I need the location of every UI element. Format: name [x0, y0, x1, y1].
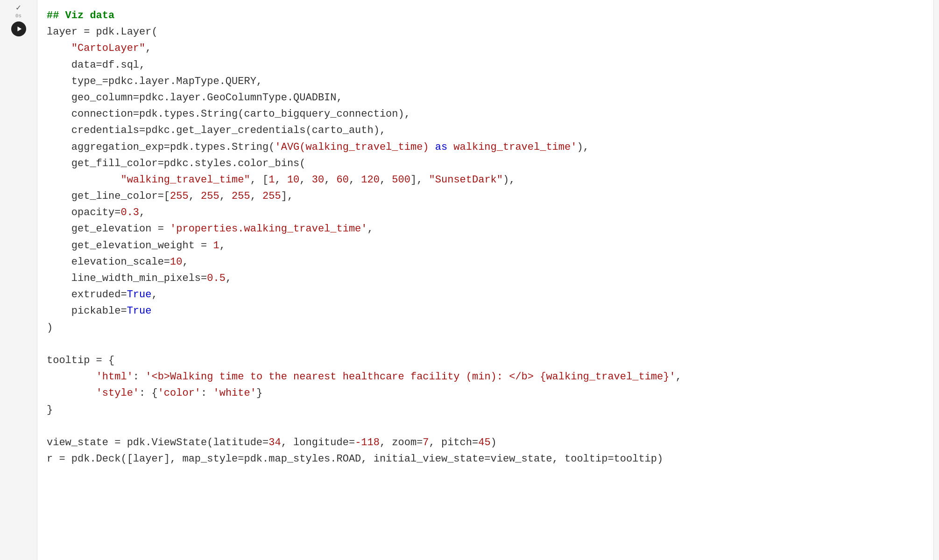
cell-status: ✓ 0s: [15, 4, 21, 19]
code-line-3: data=df.sql,: [47, 59, 145, 71]
code-line-7: credentials=pdkc.get_layer_credentials(c…: [47, 125, 386, 136]
code-line-13: get_elevation = 'properties.walking_trav…: [47, 223, 374, 235]
code-line-1: layer = pdk.Layer(: [47, 26, 158, 38]
code-line-16: line_width_min_pixels=0.5,: [47, 273, 232, 284]
code-line-25: r = pdk.Deck([layer], map_style=pdk.map_…: [47, 453, 663, 465]
checkmark-icon: ✓: [16, 4, 21, 12]
code-line-11: get_line_color=[255, 255, 255, 255],: [47, 190, 293, 202]
code-line-6: connection=pdk.types.String(carto_bigque…: [47, 108, 410, 120]
code-line-12: opacity=0.3,: [47, 207, 145, 218]
cell-gutter: ✓ 0s: [0, 0, 37, 560]
code-line-4: type_=pdkc.layer.MapType.QUERY,: [47, 76, 262, 87]
cell-time: 0s: [15, 13, 21, 19]
notebook-cell: ✓ 0s ## Viz data layer = pdk.Layer( "Car…: [0, 0, 939, 560]
code-line-23: }: [47, 404, 53, 416]
code-line-2: "CartoLayer",: [47, 42, 151, 54]
code-line-9: get_fill_color=pdkc.styles.color_bins(: [47, 158, 306, 169]
comment-line: ## Viz data: [47, 10, 114, 21]
right-border: [933, 0, 939, 560]
svg-marker-0: [17, 27, 21, 32]
code-line-5: geo_column=pdkc.layer.GeoColumnType.QUAD…: [47, 92, 343, 104]
code-line-22: 'style': {'color': 'white'}: [47, 387, 262, 399]
code-line-14: get_elevation_weight = 1,: [47, 240, 226, 252]
code-line-21: 'html': '<b>Walking time to the nearest …: [47, 371, 682, 383]
code-line-18: pickable=True: [47, 305, 151, 317]
run-button[interactable]: [11, 21, 26, 36]
code-line-17: extruded=True,: [47, 289, 158, 301]
code-line-blank1: [47, 338, 53, 350]
cell-content: ## Viz data layer = pdk.Layer( "CartoLay…: [37, 0, 933, 560]
code-line-10: "walking_travel_time", [1, 10, 30, 60, 1…: [47, 174, 515, 186]
code-line-20: tooltip = {: [47, 355, 114, 366]
code-line-8: aggregation_exp=pdk.types.String('AVG(wa…: [47, 141, 589, 153]
code-line-15: elevation_scale=10,: [47, 256, 189, 268]
code-line-24: view_state = pdk.ViewState(latitude=34, …: [47, 437, 497, 448]
code-line-19: ): [47, 322, 53, 334]
code-line-blank2: [47, 420, 53, 432]
code-block: ## Viz data layer = pdk.Layer( "CartoLay…: [47, 7, 924, 467]
